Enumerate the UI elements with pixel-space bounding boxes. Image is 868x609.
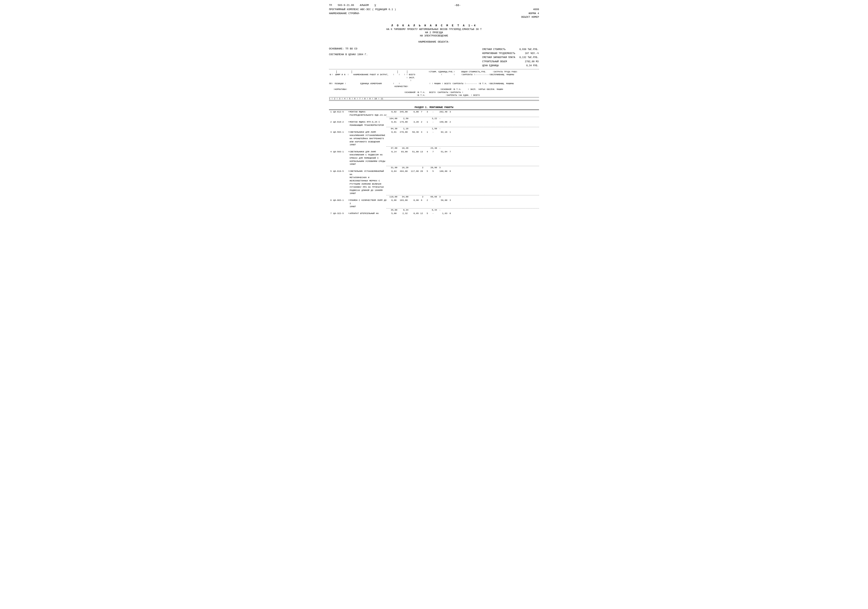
header-row2: N ! ШИФР И N ! НАИМЕНОВАНИЕ РАБОТ И ЗАТР… bbox=[329, 73, 539, 82]
smetnaya-stoimost-label: СМЕТНАЯ СТОИМОСТЬ bbox=[482, 48, 519, 51]
smeta-sub1: НА К ТИПОВОМУ ПРОЕКТУ АВТОМОБИЛЬНЫХ ВЕСО… bbox=[329, 28, 539, 31]
cena-label: ЦЕНА ЕДИНИЦЫ bbox=[482, 64, 519, 68]
naim-forma-line: НАИМЕНОВАНИЕ СТРОЙКИ- ФОРМА 4 bbox=[329, 12, 539, 15]
table-row-sub: 94,30 1,16 1,50 - bbox=[386, 127, 539, 130]
naim-obj: НАИМЕНОВАНИЕ ОБЪЕКТА- bbox=[329, 40, 539, 43]
data-rows: 1 Ц8-612-5 = МОНТАЖ ЯЩИКАРАСПРЕДЕЛИТЕЛЬН… bbox=[329, 110, 539, 215]
razd-header: РАЗДЕЛ 1. МОНТАЖНЫЕ РАБОТЫ bbox=[329, 106, 539, 109]
table-row-ed: 100ШТ bbox=[350, 163, 539, 166]
smeta-sub2: НА 2 ПРОЕЗДА bbox=[329, 31, 539, 34]
header-row5: !ОСНОВНОЙ !В Т.Ч. ВСЕГО !ЗАРПЛАТЫ !ЗАРПЛ… bbox=[329, 91, 539, 94]
razd-separator bbox=[329, 110, 539, 110]
page-number: -68- bbox=[454, 4, 461, 7]
tp-number: 503-9-21.86 bbox=[338, 4, 354, 7]
smeta-sub3: НА ЭЛЕКТРООСВЕЩЕНИЕ bbox=[329, 34, 539, 37]
albom-label: АЛЬБОМ bbox=[360, 4, 369, 7]
tp-label: ТП bbox=[329, 4, 332, 7]
osnov-label: ОСНОВАНИЕ: ТП ВО СО bbox=[329, 47, 368, 50]
smetnaya-zarpl-val: 0,132 ТЫС.РУБ. bbox=[519, 56, 539, 59]
cena-val: 0,34 РУБ. bbox=[519, 64, 539, 68]
osnov-info-block: ОСНОВАНИЕ: ТП ВО СО СОСТАВЛЕНА В ЦЕНАХ 1… bbox=[329, 47, 539, 68]
table-row: 6 Ц8-603-1 = ПЛАФОН С КОЛИЧЕСТВОМ ЛАМП Д… bbox=[329, 199, 539, 205]
info-block: СМЕТНАЯ СТОИМОСТЬ 0,930 ТЫС.РУБ. НОРМАТИ… bbox=[482, 47, 539, 68]
table-row-ed: 100ШТ bbox=[350, 205, 539, 208]
table-row: 2 Ц8-610-2 = МОНТАЖ ЯЩИКА ЯТП-0,25 СПОНИ… bbox=[329, 121, 539, 127]
header-row3: ПП ! ПОЗИЦИИ ! ЕДИНИЦА ИЗМЕРЕНИЯ ! !КОЛИ… bbox=[329, 82, 539, 88]
table-header-block: !СТОИМ. ЕДИНИЦЫ,РУБ.! ОБЩАЯ СТОИМОСТЬ,РУ… bbox=[329, 70, 539, 97]
table-row-sub: 118,00 34,00 2 69,66 3 bbox=[386, 195, 539, 198]
header-left: ТП 503-9-21.86 АЛЬБОМ V bbox=[329, 4, 376, 7]
table-row-sub: 31,90 16,20 2 20,90 3 bbox=[386, 166, 539, 169]
table-row-ed: 100ШТ bbox=[350, 192, 539, 195]
header-row1: !СТОИМ. ЕДИНИЦЫ,РУБ.! ОБЩАЯ СТОИМОСТЬ,РУ… bbox=[329, 70, 539, 73]
program-line: ПРОГРАММНЫЙ КОМПЛЕКС АВС-ЗЕС ( РЕДАКЦИЯ … bbox=[329, 8, 539, 11]
normativ-val: 187 ЧЕЛ.-Ч bbox=[519, 52, 539, 55]
forma-label: ФОРМА 4 bbox=[529, 12, 539, 15]
header-row6: !В Т.Ч. !ЗАРПЛАТЫ !НА ЕДИН. ! ВСЕГО bbox=[329, 94, 539, 97]
header-row4: !НОРМАТИВА! !ОСНОВНОЙ !В Т.Ч. ! ЭКСП. !Н… bbox=[329, 88, 539, 91]
osnov-block: ОСНОВАНИЕ: ТП ВО СО СОСТАВЛЕНА В ЦЕНАХ 1… bbox=[329, 47, 368, 56]
info-table: СМЕТНАЯ СТОИМОСТЬ 0,930 ТЫС.РУБ. НОРМАТИ… bbox=[482, 47, 539, 68]
table-row: 3 Ц8-594-1 = СВЕТИЛЬНИКИ ДЛЯ ЛАМПНАКАЛИВ… bbox=[329, 130, 539, 143]
table-row: 7 Ц8-322-5 = АППАРАТ ШТЕПСЕЛЬНЫЙ НА 5,00… bbox=[329, 212, 539, 215]
sostav-label: СОСТАВЛЕНА В ЦЕНАХ 1984 Г. bbox=[329, 53, 368, 56]
page: ТП 503-9-21.86 АЛЬБОМ V -68- ПРОГРАММНЫЙ… bbox=[329, 4, 539, 215]
header-line: ТП 503-9-21.86 АЛЬБОМ V -68- bbox=[329, 4, 539, 7]
table-row-sub: 35,00 0,34 0,44 - bbox=[386, 208, 539, 212]
table-row: 5 Ц8-619-5 = СВЕТИЛЬНИК УСТАНАВЛИВАЕМЫЙ … bbox=[329, 170, 539, 192]
table-row-sub: 164,00 2,50 3,22 - bbox=[386, 117, 539, 120]
stroit-val: 2702,00 М3 bbox=[519, 60, 539, 64]
program-code: 4099 bbox=[533, 8, 539, 11]
table-row: 1 Ц8-612-5 = МОНТАЖ ЯЩИКАРАСПРЕДЕЛИТЕЛЬН… bbox=[329, 110, 539, 117]
naim-label: НАИМЕНОВАНИЕ СТРОЙКИ- bbox=[329, 12, 360, 15]
smetnaya-stoimost-val: 0,930 ТЫС.РУБ. bbox=[519, 48, 539, 51]
table-row-sub: 37,60 18,20 23,48 - bbox=[386, 146, 539, 150]
normativ-label: НОРМАТИВНАЯ ТРУДОЕМКОСТЬ bbox=[482, 52, 519, 55]
col-numbers-row: 1 ! 2 ! 3 ! 4 ! 5 ! 6 ! 7 ! 8 ! 9 ! 10 !… bbox=[329, 97, 539, 100]
albom-number: V bbox=[374, 4, 376, 7]
table-row-ed: 100ШТ bbox=[350, 143, 539, 146]
table-row: 4 Ц8-593-1 = СВЕТИЛЬНИКИ ДЛЯ ЛАМПНАКАЛИВ… bbox=[329, 150, 539, 163]
stroit-label: СТРОИТЕЛЬНЫЙ ОБЪЕМ bbox=[482, 60, 519, 64]
object-line: ОБЪЕКТ НОМЕР bbox=[329, 15, 539, 19]
program-label: ПРОГРАММНЫЙ КОМПЛЕКС АВС-ЗЕС ( РЕДАКЦИЯ … bbox=[329, 8, 396, 11]
table-header-bottom-sep bbox=[329, 101, 539, 101]
smetnaya-zarpl-label: СМЕТНАЯ ЗАРАБОТНАЯ ПЛАТА bbox=[482, 56, 519, 59]
object-label: ОБЪЕКТ НОМЕР bbox=[521, 15, 539, 19]
col-numbers: 1 ! 2 ! 3 ! 4 ! 5 ! 6 ! 7 ! 8 ! 9 ! 10 !… bbox=[329, 98, 383, 100]
smeta-title: Л О К А Л Ь Н А Я С М Е Т А 1-4 bbox=[329, 24, 539, 27]
